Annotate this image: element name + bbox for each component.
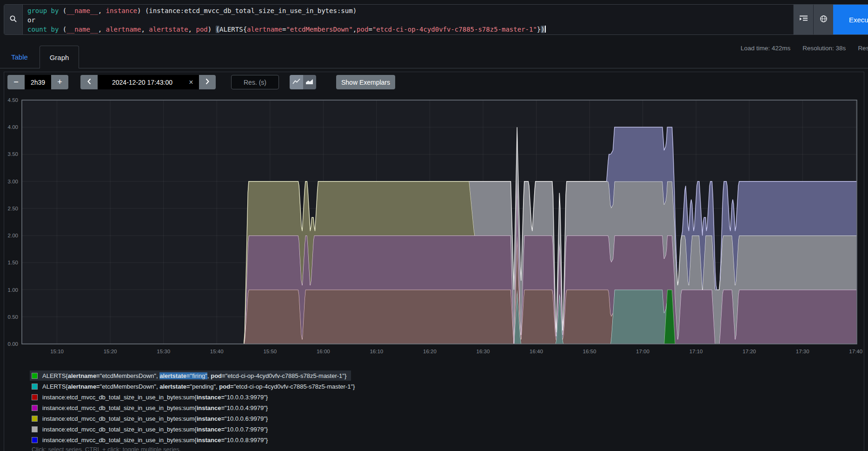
svg-text:1.50: 1.50 bbox=[8, 260, 18, 265]
tab-graph-label: Graph bbox=[50, 54, 69, 61]
legend-swatch bbox=[32, 416, 38, 422]
minus-icon: − bbox=[13, 77, 19, 87]
query-token: alertstate bbox=[149, 26, 188, 33]
svg-text:17:20: 17:20 bbox=[742, 349, 756, 354]
query-token: ) bbox=[208, 26, 216, 33]
legend-label-part: alertname= bbox=[68, 383, 100, 390]
close-icon: × bbox=[189, 78, 193, 87]
chevron-left-icon bbox=[87, 78, 92, 86]
query-token: ALERTS{ bbox=[219, 26, 247, 33]
svg-text:15:20: 15:20 bbox=[104, 349, 117, 354]
query-token: , bbox=[98, 7, 106, 14]
svg-text:16:20: 16:20 bbox=[423, 349, 437, 354]
legend-label-part: alertstate= bbox=[159, 383, 190, 390]
svg-text:3.00: 3.00 bbox=[8, 179, 18, 184]
svg-text:16:40: 16:40 bbox=[530, 349, 543, 354]
legend-label-part: pod= bbox=[211, 372, 225, 379]
legend-label-part: "firing" bbox=[190, 372, 207, 379]
end-time-input[interactable] bbox=[98, 75, 199, 89]
svg-text:3.50: 3.50 bbox=[8, 151, 18, 157]
format-query-button[interactable] bbox=[793, 5, 813, 34]
query-token: = bbox=[368, 26, 372, 33]
svg-text:15:50: 15:50 bbox=[263, 349, 277, 354]
tab-graph[interactable]: Graph bbox=[40, 46, 79, 68]
query-token: , bbox=[141, 26, 149, 33]
legend-item[interactable]: instance:etcd_mvcc_db_total_size_in_use_… bbox=[30, 413, 272, 424]
line-graph-toggle-button[interactable] bbox=[290, 75, 303, 89]
legend-label-part: "etcdMembersDown", bbox=[100, 372, 159, 379]
legend-item[interactable]: instance:etcd_mvcc_db_total_size_in_use_… bbox=[30, 403, 272, 413]
legend-label-part: ALERTS{ bbox=[42, 383, 68, 390]
legend-swatch bbox=[32, 405, 38, 411]
legend-label-part: instance= bbox=[197, 394, 225, 401]
legend-item[interactable]: instance:etcd_mvcc_db_total_size_in_use_… bbox=[30, 435, 272, 445]
stacked-graph-toggle-button[interactable] bbox=[303, 75, 316, 89]
svg-text:2.00: 2.00 bbox=[8, 233, 18, 238]
query-token: __name__ bbox=[66, 26, 98, 33]
time-forward-button[interactable] bbox=[199, 75, 216, 89]
legend-label-part: instance= bbox=[197, 437, 225, 444]
legend-label-part: instance= bbox=[197, 426, 225, 433]
legend-label-part: "10.0.0.8:9979" bbox=[225, 437, 266, 444]
query-line: or bbox=[27, 15, 788, 25]
legend-label-part: , bbox=[207, 372, 211, 379]
legend-label-part: pod= bbox=[219, 383, 233, 390]
time-back-button[interactable] bbox=[80, 75, 98, 89]
svg-text:15:10: 15:10 bbox=[50, 349, 64, 354]
svg-text:15:30: 15:30 bbox=[157, 349, 170, 354]
svg-text:16:50: 16:50 bbox=[583, 349, 596, 354]
legend-item[interactable]: instance:etcd_mvcc_db_total_size_in_use_… bbox=[30, 424, 272, 434]
legend-item[interactable]: ALERTS{alertname="etcdMembersDown", aler… bbox=[30, 370, 351, 381]
legend-swatch bbox=[32, 437, 38, 443]
legend-label-part: "10.0.0.3:9979" bbox=[225, 394, 266, 401]
page: 0.000.501.001.502.002.503.003.504.004.50… bbox=[0, 0, 868, 451]
resolution-input[interactable] bbox=[231, 75, 279, 89]
legend-item[interactable]: ALERTS{alertname="etcdMembersDown", aler… bbox=[30, 381, 359, 391]
clear-time-button[interactable]: × bbox=[185, 75, 197, 89]
query-input[interactable]: group by (__name__, instance) (instance:… bbox=[23, 5, 793, 34]
legend-swatch bbox=[32, 426, 38, 432]
range-input[interactable] bbox=[25, 75, 51, 89]
query-token: alertname bbox=[106, 26, 141, 33]
svg-text:16:30: 16:30 bbox=[477, 349, 490, 354]
svg-text:1.00: 1.00 bbox=[8, 287, 18, 293]
query-token: alertname bbox=[247, 26, 282, 33]
legend-label-part: alertname= bbox=[68, 372, 100, 379]
range-decrease-button[interactable]: − bbox=[7, 75, 25, 89]
query-token: , bbox=[98, 26, 106, 33]
metrics-explorer-button[interactable] bbox=[813, 5, 833, 34]
query-stats: Load time: 422ms Resolution: 38s Result … bbox=[741, 45, 868, 52]
query-token: pod bbox=[196, 26, 207, 33]
svg-text:4.00: 4.00 bbox=[8, 124, 18, 130]
legend-item[interactable]: instance:etcd_mvcc_db_total_size_in_use_… bbox=[30, 392, 272, 402]
range-increase-button[interactable]: + bbox=[51, 75, 68, 89]
svg-text:15:40: 15:40 bbox=[210, 349, 224, 354]
legend-label-part: instance= bbox=[197, 415, 225, 422]
legend-label-part: } bbox=[266, 426, 268, 433]
legend-label-part: "10.0.0.7:9979" bbox=[225, 426, 266, 433]
legend-swatch bbox=[32, 373, 38, 379]
legend-label-part: } bbox=[266, 437, 268, 444]
query-token: "etcd-ci-op-4cyd0vfv-c7885-s78z5-master-… bbox=[372, 26, 537, 33]
legend-label-part: "etcd-ci-op-4cyd0vfv-c7885-s78z5-master-… bbox=[234, 383, 353, 390]
legend-label-part: ALERTS{ bbox=[42, 372, 68, 379]
legend-hint: Click: select series, CTRL + click: togg… bbox=[32, 446, 181, 451]
line-chart-icon bbox=[292, 78, 301, 86]
show-exemplars-button[interactable]: Show Exemplars bbox=[336, 75, 395, 89]
load-time: Load time: 422ms bbox=[741, 45, 790, 52]
query-token: count by bbox=[27, 26, 63, 33]
graph-legend: ALERTS{alertname="etcdMembersDown", aler… bbox=[30, 370, 359, 445]
format-icon bbox=[799, 15, 808, 24]
legend-label-part: "etcdMembersDown", bbox=[100, 383, 159, 390]
chevron-right-icon bbox=[205, 78, 210, 86]
query-token: ) bbox=[353, 7, 357, 14]
query-token: ) bbox=[541, 26, 544, 33]
svg-text:17:30: 17:30 bbox=[796, 349, 809, 354]
svg-text:17:10: 17:10 bbox=[689, 349, 703, 354]
execute-button[interactable]: Execute bbox=[833, 5, 868, 34]
legend-label-part: } bbox=[266, 415, 268, 422]
legend-label-part: "etcd-ci-op-4cyd0vfv-c7885-s78z5-master-… bbox=[225, 372, 345, 379]
result-series: Result serie bbox=[858, 45, 868, 52]
legend-label-part: instance:etcd_mvcc_db_total_size_in_use_… bbox=[42, 426, 197, 433]
svg-text:2.50: 2.50 bbox=[8, 206, 18, 211]
